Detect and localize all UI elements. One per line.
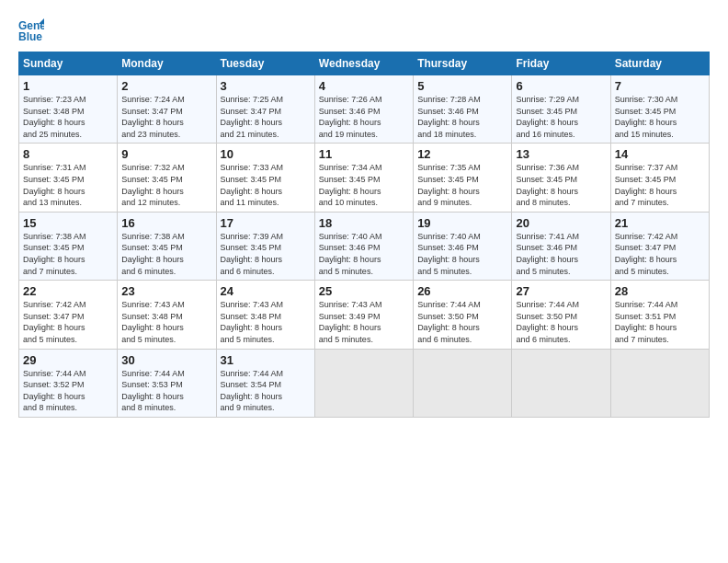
header: General Blue <box>18 17 710 42</box>
day-info: Sunrise: 7:31 AMSunset: 3:45 PMDaylight:… <box>23 162 113 208</box>
day-number: 22 <box>23 284 113 298</box>
day-info: Sunrise: 7:44 AMSunset: 3:51 PMDaylight:… <box>615 299 705 345</box>
day-info: Sunrise: 7:38 AMSunset: 3:45 PMDaylight:… <box>121 231 211 277</box>
svg-text:Blue: Blue <box>18 30 42 42</box>
day-info: Sunrise: 7:36 AMSunset: 3:45 PMDaylight:… <box>516 162 606 208</box>
calendar-cell: 9Sunrise: 7:32 AMSunset: 3:45 PMDaylight… <box>118 144 216 212</box>
col-header-wednesday: Wednesday <box>314 52 413 75</box>
calendar-cell: 26Sunrise: 7:44 AMSunset: 3:50 PMDayligh… <box>414 281 512 349</box>
day-number: 5 <box>417 79 507 93</box>
calendar-cell: 10Sunrise: 7:33 AMSunset: 3:45 PMDayligh… <box>216 144 314 212</box>
day-info: Sunrise: 7:42 AMSunset: 3:47 PMDaylight:… <box>23 299 113 345</box>
calendar-cell <box>414 349 512 417</box>
day-info: Sunrise: 7:23 AMSunset: 3:48 PMDaylight:… <box>23 94 113 140</box>
day-number: 28 <box>615 284 705 298</box>
day-info: Sunrise: 7:42 AMSunset: 3:47 PMDaylight:… <box>615 231 705 277</box>
day-number: 19 <box>417 216 507 230</box>
calendar-cell: 17Sunrise: 7:39 AMSunset: 3:45 PMDayligh… <box>216 212 314 280</box>
day-info: Sunrise: 7:39 AMSunset: 3:45 PMDaylight:… <box>221 231 311 277</box>
col-header-sunday: Sunday <box>19 52 118 75</box>
calendar-cell: 28Sunrise: 7:44 AMSunset: 3:51 PMDayligh… <box>610 281 709 349</box>
day-number: 9 <box>121 147 211 161</box>
calendar-table: SundayMondayTuesdayWednesdayThursdayFrid… <box>18 52 710 418</box>
calendar-cell: 1Sunrise: 7:23 AMSunset: 3:48 PMDaylight… <box>19 75 118 144</box>
day-info: Sunrise: 7:43 AMSunset: 3:48 PMDaylight:… <box>121 299 211 345</box>
col-header-tuesday: Tuesday <box>216 52 314 75</box>
calendar-cell: 31Sunrise: 7:44 AMSunset: 3:54 PMDayligh… <box>216 349 314 417</box>
day-info: Sunrise: 7:44 AMSunset: 3:50 PMDaylight:… <box>417 299 507 345</box>
calendar-header-row: SundayMondayTuesdayWednesdayThursdayFrid… <box>19 52 710 75</box>
calendar-cell: 25Sunrise: 7:43 AMSunset: 3:49 PMDayligh… <box>314 281 413 349</box>
calendar-cell: 30Sunrise: 7:44 AMSunset: 3:53 PMDayligh… <box>118 349 216 417</box>
logo-icon: General Blue <box>18 17 44 42</box>
day-number: 7 <box>615 79 705 93</box>
day-info: Sunrise: 7:44 AMSunset: 3:53 PMDaylight:… <box>121 368 211 414</box>
calendar-cell <box>512 349 610 417</box>
calendar-cell: 4Sunrise: 7:26 AMSunset: 3:46 PMDaylight… <box>314 75 413 144</box>
day-info: Sunrise: 7:35 AMSunset: 3:45 PMDaylight:… <box>417 162 507 208</box>
logo: General Blue <box>18 17 48 42</box>
day-info: Sunrise: 7:41 AMSunset: 3:46 PMDaylight:… <box>516 231 606 277</box>
day-info: Sunrise: 7:38 AMSunset: 3:45 PMDaylight:… <box>23 231 113 277</box>
day-number: 29 <box>23 353 113 367</box>
day-info: Sunrise: 7:40 AMSunset: 3:46 PMDaylight:… <box>319 231 409 277</box>
day-info: Sunrise: 7:44 AMSunset: 3:52 PMDaylight:… <box>23 368 113 414</box>
day-info: Sunrise: 7:25 AMSunset: 3:47 PMDaylight:… <box>221 94 311 140</box>
calendar-cell: 27Sunrise: 7:44 AMSunset: 3:50 PMDayligh… <box>512 281 610 349</box>
day-number: 30 <box>121 353 211 367</box>
calendar-cell: 16Sunrise: 7:38 AMSunset: 3:45 PMDayligh… <box>118 212 216 280</box>
day-number: 4 <box>319 79 409 93</box>
calendar-cell: 13Sunrise: 7:36 AMSunset: 3:45 PMDayligh… <box>512 144 610 212</box>
day-number: 16 <box>121 216 211 230</box>
calendar-cell <box>610 349 709 417</box>
calendar-week-2: 8Sunrise: 7:31 AMSunset: 3:45 PMDaylight… <box>19 144 710 212</box>
day-number: 6 <box>516 79 606 93</box>
day-number: 21 <box>615 216 705 230</box>
day-number: 15 <box>23 216 113 230</box>
calendar-cell: 15Sunrise: 7:38 AMSunset: 3:45 PMDayligh… <box>19 212 118 280</box>
day-number: 31 <box>221 353 311 367</box>
calendar-week-3: 15Sunrise: 7:38 AMSunset: 3:45 PMDayligh… <box>19 212 710 280</box>
day-number: 27 <box>516 284 606 298</box>
calendar-page: General Blue SundayMondayTuesdayWednesda… <box>0 0 728 563</box>
calendar-cell: 23Sunrise: 7:43 AMSunset: 3:48 PMDayligh… <box>118 281 216 349</box>
day-info: Sunrise: 7:43 AMSunset: 3:49 PMDaylight:… <box>319 299 409 345</box>
calendar-cell: 8Sunrise: 7:31 AMSunset: 3:45 PMDaylight… <box>19 144 118 212</box>
calendar-body: 1Sunrise: 7:23 AMSunset: 3:48 PMDaylight… <box>19 75 710 418</box>
day-info: Sunrise: 7:44 AMSunset: 3:54 PMDaylight:… <box>221 368 311 414</box>
calendar-cell: 24Sunrise: 7:43 AMSunset: 3:48 PMDayligh… <box>216 281 314 349</box>
calendar-cell: 2Sunrise: 7:24 AMSunset: 3:47 PMDaylight… <box>118 75 216 144</box>
calendar-cell: 19Sunrise: 7:40 AMSunset: 3:46 PMDayligh… <box>414 212 512 280</box>
day-number: 13 <box>516 147 606 161</box>
col-header-monday: Monday <box>118 52 216 75</box>
day-number: 1 <box>23 79 113 93</box>
day-number: 3 <box>221 79 311 93</box>
day-info: Sunrise: 7:24 AMSunset: 3:47 PMDaylight:… <box>121 94 211 140</box>
calendar-week-4: 22Sunrise: 7:42 AMSunset: 3:47 PMDayligh… <box>19 281 710 349</box>
calendar-cell: 29Sunrise: 7:44 AMSunset: 3:52 PMDayligh… <box>19 349 118 417</box>
calendar-cell: 22Sunrise: 7:42 AMSunset: 3:47 PMDayligh… <box>19 281 118 349</box>
col-header-friday: Friday <box>512 52 610 75</box>
day-info: Sunrise: 7:28 AMSunset: 3:46 PMDaylight:… <box>417 94 507 140</box>
day-number: 24 <box>221 284 311 298</box>
calendar-cell: 12Sunrise: 7:35 AMSunset: 3:45 PMDayligh… <box>414 144 512 212</box>
calendar-cell: 21Sunrise: 7:42 AMSunset: 3:47 PMDayligh… <box>610 212 709 280</box>
day-info: Sunrise: 7:44 AMSunset: 3:50 PMDaylight:… <box>516 299 606 345</box>
day-info: Sunrise: 7:34 AMSunset: 3:45 PMDaylight:… <box>319 162 409 208</box>
day-number: 26 <box>417 284 507 298</box>
calendar-cell: 7Sunrise: 7:30 AMSunset: 3:45 PMDaylight… <box>610 75 709 144</box>
day-number: 18 <box>319 216 409 230</box>
calendar-cell <box>314 349 413 417</box>
day-info: Sunrise: 7:32 AMSunset: 3:45 PMDaylight:… <box>121 162 211 208</box>
day-number: 8 <box>23 147 113 161</box>
calendar-cell: 6Sunrise: 7:29 AMSunset: 3:45 PMDaylight… <box>512 75 610 144</box>
day-number: 10 <box>221 147 311 161</box>
day-number: 11 <box>319 147 409 161</box>
col-header-thursday: Thursday <box>414 52 512 75</box>
day-info: Sunrise: 7:33 AMSunset: 3:45 PMDaylight:… <box>221 162 311 208</box>
calendar-cell: 5Sunrise: 7:28 AMSunset: 3:46 PMDaylight… <box>414 75 512 144</box>
calendar-week-5: 29Sunrise: 7:44 AMSunset: 3:52 PMDayligh… <box>19 349 710 417</box>
calendar-cell: 3Sunrise: 7:25 AMSunset: 3:47 PMDaylight… <box>216 75 314 144</box>
calendar-cell: 14Sunrise: 7:37 AMSunset: 3:45 PMDayligh… <box>610 144 709 212</box>
calendar-week-1: 1Sunrise: 7:23 AMSunset: 3:48 PMDaylight… <box>19 75 710 144</box>
